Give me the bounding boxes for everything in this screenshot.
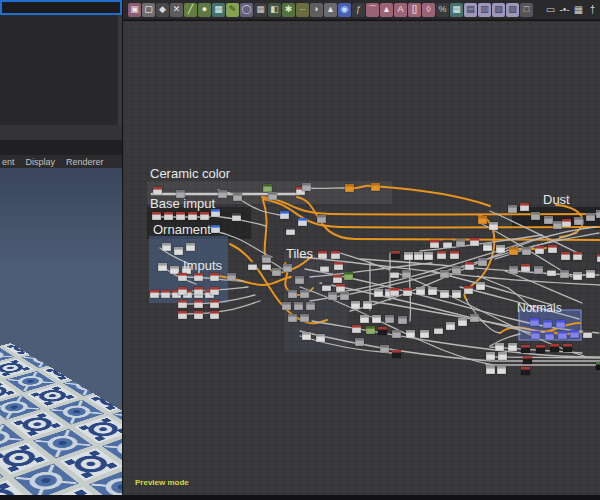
graph-node-header bbox=[302, 183, 311, 186]
transform-node-icon[interactable]: ▦ bbox=[212, 3, 225, 17]
graph-node-header bbox=[300, 314, 309, 317]
graph-node-header bbox=[174, 247, 183, 250]
graph-node-header bbox=[178, 287, 187, 290]
normal-color-icon[interactable]: ◉ bbox=[338, 3, 351, 17]
graph-node-header bbox=[194, 311, 203, 314]
text-node-icon[interactable]: ▢ bbox=[142, 3, 155, 17]
frame-label[interactable]: Tiles bbox=[286, 246, 313, 261]
graph-node-header bbox=[452, 266, 461, 269]
percent-node-icon[interactable]: % bbox=[436, 3, 449, 17]
graph-node-header bbox=[263, 184, 272, 187]
graph-node-header bbox=[328, 292, 337, 295]
graph-node-header bbox=[158, 263, 167, 266]
graph-node-header bbox=[194, 273, 203, 276]
layout-d-icon[interactable]: ▨ bbox=[506, 3, 519, 17]
blur-node-icon[interactable]: ● bbox=[198, 3, 211, 17]
graph-node-header bbox=[420, 330, 429, 333]
graph-node-header bbox=[211, 225, 220, 228]
sphere-node-icon[interactable]: ◗ bbox=[310, 3, 323, 17]
shape-node-icon[interactable]: ◯ bbox=[240, 3, 253, 17]
svg-node-icon[interactable]: ◆ bbox=[156, 3, 169, 17]
graph-node-header bbox=[523, 356, 532, 359]
graph-node-header bbox=[262, 255, 271, 258]
graph-node-header bbox=[430, 240, 439, 243]
slope-blur-icon[interactable]: ╱ bbox=[184, 3, 197, 17]
graph-node-header bbox=[536, 345, 545, 348]
frame-node-icon[interactable]: □ bbox=[520, 3, 533, 17]
focused-input-box[interactable] bbox=[0, 0, 122, 15]
pencil-node-icon[interactable]: ✎ bbox=[226, 3, 239, 17]
fill-bucket-icon[interactable]: ◊ bbox=[422, 3, 435, 17]
frame-label[interactable]: Ornament bbox=[153, 222, 211, 237]
graph-node-header bbox=[317, 215, 326, 218]
dots-node-icon[interactable]: ·· bbox=[296, 3, 309, 17]
text-tool-icon[interactable]: A bbox=[394, 3, 407, 17]
graph-node-header bbox=[288, 290, 297, 293]
graph-node-header bbox=[298, 218, 307, 221]
graph-node-header bbox=[194, 300, 203, 303]
graph-node-header bbox=[458, 318, 467, 321]
frame-label[interactable]: Imputs bbox=[183, 258, 223, 273]
node-graph-canvas[interactable]: Ceramic colorBase imputOrnamentImputsTil… bbox=[123, 21, 600, 495]
graph-node-header bbox=[478, 258, 487, 261]
frame-label[interactable]: Normals bbox=[517, 301, 562, 315]
graph-node-header bbox=[178, 273, 187, 276]
curve-node-icon[interactable]: ⌒ bbox=[366, 3, 379, 17]
graph-node-header bbox=[318, 251, 327, 254]
application-window: entDisplayRenderer bbox=[0, 0, 600, 500]
pin-icon[interactable]: † bbox=[586, 3, 599, 17]
3d-viewport[interactable] bbox=[0, 168, 122, 495]
graph-node-header bbox=[378, 327, 387, 330]
layout-a-icon[interactable]: ▤ bbox=[464, 3, 477, 17]
image-frame-icon[interactable]: ▦ bbox=[572, 3, 585, 17]
frame-label[interactable]: Dust bbox=[543, 192, 570, 207]
graph-node-header bbox=[573, 252, 582, 255]
splatter-node-icon[interactable]: ✱ bbox=[282, 3, 295, 17]
frame-label[interactable]: Ceramic color bbox=[150, 166, 231, 181]
menu-item-display[interactable]: Display bbox=[26, 157, 56, 167]
frame-label[interactable]: Base imput bbox=[150, 196, 215, 211]
graph-node-header bbox=[333, 275, 342, 278]
graph-node-header bbox=[218, 190, 227, 193]
graph-node-header bbox=[465, 262, 474, 265]
link-node-icon[interactable]: -•- bbox=[558, 3, 571, 17]
graph-node-header bbox=[456, 239, 465, 242]
menu-item-ent[interactable]: ent bbox=[2, 157, 15, 167]
graph-node-header bbox=[403, 288, 412, 291]
graph-node-header bbox=[178, 311, 187, 314]
graph-node-header bbox=[573, 272, 582, 275]
layout-b-icon[interactable]: ▥ bbox=[478, 3, 491, 17]
layout-c-icon[interactable]: ▧ bbox=[492, 3, 505, 17]
graph-node-header bbox=[210, 273, 219, 276]
graph-node-header bbox=[414, 252, 423, 255]
pattern-grid-icon[interactable]: ▦ bbox=[450, 3, 463, 17]
graph-node-header bbox=[316, 334, 325, 337]
cube-3d-icon[interactable]: ◧ bbox=[268, 3, 281, 17]
graph-node-header bbox=[363, 301, 372, 304]
graph-node-header bbox=[563, 344, 572, 347]
toolbar-icon-group: ▣▢◆✕╱●▦✎◯▦◧✱··◗▲◉ƒ⌒▲A[]◊%▦▤▥▧▨□ bbox=[128, 3, 534, 17]
graph-node-header bbox=[295, 276, 304, 279]
comment-icon[interactable]: ▭ bbox=[544, 3, 557, 17]
graph-node-header bbox=[161, 290, 170, 293]
cone-node-icon[interactable]: ▲ bbox=[324, 3, 337, 17]
trim-node-icon[interactable]: ✕ bbox=[170, 3, 183, 17]
graph-node-header bbox=[478, 216, 487, 219]
menu-item-renderer[interactable]: Renderer bbox=[66, 157, 104, 167]
graph-node-header bbox=[464, 286, 473, 289]
graph-node-header bbox=[340, 292, 349, 295]
graph-node-header bbox=[288, 314, 297, 317]
function-node-icon[interactable]: ƒ bbox=[352, 3, 365, 17]
graph-node-header bbox=[476, 282, 485, 285]
graph-node-header bbox=[434, 326, 443, 329]
tile-generator-icon[interactable]: ▦ bbox=[254, 3, 267, 17]
graph-node-header bbox=[188, 212, 197, 215]
graph-node-header bbox=[282, 302, 291, 305]
graph-node-header bbox=[385, 315, 394, 318]
gradient-node-icon[interactable]: ▲ bbox=[380, 3, 393, 17]
graph-node-header bbox=[556, 320, 565, 323]
image-node-icon[interactable]: ▣ bbox=[128, 3, 141, 17]
panel-divider-strip bbox=[0, 125, 122, 140]
crop-tool-icon[interactable]: [] bbox=[408, 3, 421, 17]
2d-view-panel[interactable] bbox=[0, 15, 122, 125]
